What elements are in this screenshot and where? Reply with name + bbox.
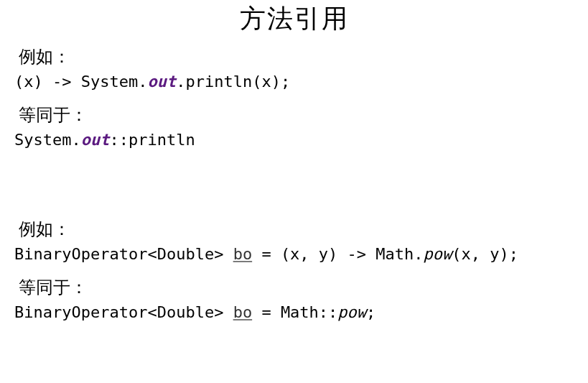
code-text: (x, y); <box>452 245 518 263</box>
page-title: 方法引用 <box>14 1 574 37</box>
spacer <box>14 162 574 212</box>
example-label-2: 例如： <box>19 218 574 241</box>
code-text: .println(x); <box>176 73 290 91</box>
code-example-1: (x) -> System.out.println(x); <box>14 70 574 93</box>
equivalent-label-2: 等同于： <box>19 276 574 299</box>
code-text: ::println <box>109 131 195 149</box>
code-text: ; <box>366 303 375 321</box>
code-text: = Math:: <box>252 303 337 321</box>
code-field-out: out <box>81 131 110 149</box>
code-text: = (x, y) -> Math. <box>252 245 423 263</box>
code-text: System. <box>14 131 81 149</box>
code-var-bo: bo <box>233 245 253 263</box>
code-method-pow: pow <box>337 303 366 321</box>
code-text: BinaryOperator<Double> <box>14 303 233 321</box>
code-equivalent-1: System.out::println <box>14 128 574 152</box>
example-label-1: 例如： <box>19 45 574 68</box>
equivalent-label-1: 等同于： <box>19 103 574 126</box>
code-example-2: BinaryOperator<Double> bo = (x, y) -> Ma… <box>14 242 574 266</box>
code-text: BinaryOperator<Double> <box>14 245 233 263</box>
code-var-bo: bo <box>233 303 253 321</box>
code-text: (x) -> System. <box>14 73 147 91</box>
code-field-out: out <box>147 73 176 91</box>
document-container: 方法引用 例如： (x) -> System.out.println(x); 等… <box>0 1 588 349</box>
code-method-pow: pow <box>424 245 452 263</box>
code-equivalent-2: BinaryOperator<Double> bo = Math::pow; <box>14 300 574 324</box>
